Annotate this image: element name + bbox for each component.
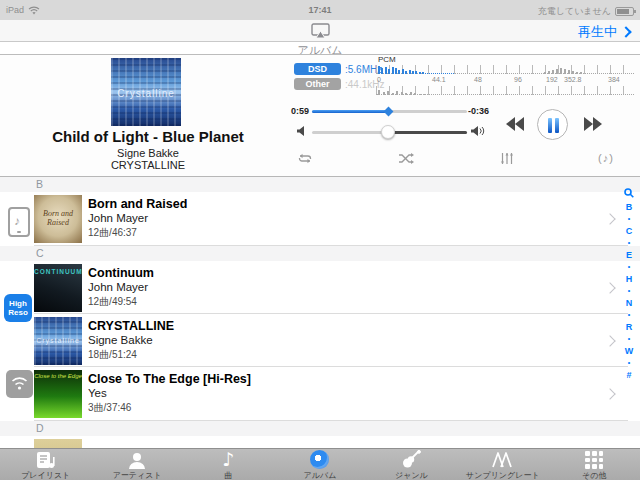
wifi-icon	[10, 376, 29, 391]
album-cover: Close to the Edge	[34, 370, 82, 418]
section-header: C	[0, 246, 640, 261]
elapsed-time: 0:59	[291, 106, 309, 116]
search-icon[interactable]	[624, 188, 634, 198]
chevron-right-icon	[604, 335, 615, 346]
index-letter[interactable]: E	[626, 250, 632, 260]
meter-tick: 48	[474, 76, 482, 83]
meter-tick: 384	[608, 76, 620, 83]
guitar-icon	[366, 449, 457, 469]
progress-thumb[interactable]	[383, 107, 393, 117]
album-meta: 18曲/51:24	[88, 348, 137, 362]
airplay-icon[interactable]	[311, 23, 330, 39]
album-row[interactable]: Close to the Edge Close To The Edge [Hi-…	[0, 367, 640, 421]
chevron-right-icon	[604, 213, 615, 224]
index-dot[interactable]: •	[628, 335, 630, 342]
meter-tick: 352.8	[564, 76, 582, 83]
playlist-icon	[0, 449, 91, 469]
index-letter[interactable]: H	[626, 274, 633, 284]
section-header: B	[0, 177, 640, 192]
index-dot[interactable]: •	[628, 215, 630, 222]
meter-tick: 96	[514, 76, 522, 83]
high-res-filter-button[interactable]: High Reso	[4, 294, 32, 322]
chevron-right-icon	[604, 282, 615, 293]
nav-bar: 再生中	[0, 20, 640, 42]
album-list: B Born and Raised Born and Raised John M…	[0, 177, 640, 448]
album-row[interactable]: Born and Raised Born and Raised John May…	[0, 192, 640, 246]
artist-icon	[91, 449, 182, 469]
other-badge: Other	[294, 78, 341, 90]
alphabet-index: B • C • E • H • N • R • W • #	[621, 188, 637, 380]
album-title: CRYSTALLINE	[88, 319, 174, 333]
index-letter[interactable]: #	[626, 370, 631, 380]
high-res-label: High	[4, 299, 32, 308]
meter-bars-gray	[544, 65, 588, 74]
progress-slider[interactable]	[312, 110, 467, 113]
tab-artists[interactable]: アーティスト	[91, 449, 182, 480]
meter-tick: 0	[377, 76, 381, 83]
high-res-label: Reso	[4, 308, 32, 317]
index-letter[interactable]: C	[626, 226, 633, 236]
index-letter[interactable]: N	[626, 298, 633, 308]
repeat-icon[interactable]	[297, 152, 313, 165]
album-cover: Born and Raised	[34, 195, 82, 243]
grid-icon	[549, 449, 640, 469]
album-row[interactable]	[0, 436, 640, 448]
album-cover: Crystalline	[34, 317, 82, 365]
album-meta: 12曲/49:54	[88, 295, 137, 309]
album-title: Continuum	[88, 266, 154, 280]
shuffle-icon[interactable]	[398, 152, 414, 165]
dsd-badge: DSD	[294, 63, 341, 75]
meter-tick: 44.1	[432, 76, 446, 83]
volume-slider[interactable]	[312, 131, 467, 134]
index-dot[interactable]: •	[628, 359, 630, 366]
album-title: Close To The Edge [Hi-Res]	[88, 372, 251, 386]
meter-dotted-tail	[422, 73, 454, 74]
battery-icon	[615, 7, 634, 16]
now-playing-button[interactable]: 再生中	[578, 23, 630, 41]
chevron-right-icon	[620, 26, 631, 37]
index-dot[interactable]: •	[628, 263, 630, 270]
album-title: Born and Raised	[88, 197, 187, 211]
sound-effect-icon[interactable]: (♪)	[598, 152, 614, 164]
tab-playlists[interactable]: プレイリスト	[0, 449, 91, 480]
now-playing-label: 再生中	[578, 23, 617, 41]
album-disc-icon	[274, 449, 365, 469]
index-dot[interactable]: •	[628, 287, 630, 294]
wifi-source-button[interactable]	[6, 370, 33, 398]
tab-genres[interactable]: ジャンル	[366, 449, 457, 480]
album-row[interactable]: Crystalline CRYSTALLINE Signe Bakke 18曲/…	[0, 314, 640, 367]
device-source-button[interactable]: ♪	[8, 207, 30, 237]
charge-status: 充電していません	[538, 5, 611, 18]
remaining-time: -0:36	[468, 106, 489, 116]
tab-bar: プレイリスト アーティスト ♪ 曲 アルバム ジャンル	[0, 448, 640, 480]
pause-button[interactable]	[537, 109, 568, 140]
rewind-button[interactable]	[506, 117, 524, 135]
index-dot[interactable]: •	[628, 239, 630, 246]
track-title: Child of Light - Blue Planet	[0, 128, 296, 145]
album-artist: John Mayer	[88, 212, 148, 224]
section-header: D	[0, 421, 640, 436]
music-note-icon: ♪	[183, 449, 274, 469]
album-meta: 12曲/46:37	[88, 226, 137, 240]
now-playing-panel: Crystalline Child of Light - Blue Planet…	[0, 55, 640, 176]
album-cover	[34, 439, 82, 448]
volume-min-icon	[297, 126, 306, 136]
album-art-text: Crystalline	[111, 88, 181, 99]
album-artist: Yes	[88, 387, 107, 399]
album-row[interactable]: CONTINUUM Continuum John Mayer 12曲/49:54	[0, 261, 640, 314]
tab-songs[interactable]: ♪ 曲	[183, 449, 274, 480]
fast-forward-button[interactable]	[584, 117, 602, 135]
chevron-right-icon	[604, 388, 615, 399]
album-artist: Signe Bakke	[88, 334, 153, 346]
volume-knob[interactable]	[381, 125, 395, 139]
tab-others[interactable]: その他	[549, 449, 640, 480]
index-letter[interactable]: W	[625, 346, 634, 356]
index-dot[interactable]: •	[628, 311, 630, 318]
equalizer-icon[interactable]	[500, 152, 514, 165]
album-meta: 3曲/37:46	[88, 401, 131, 415]
index-letter[interactable]: R	[626, 322, 633, 332]
music-note-icon: ♪	[14, 214, 20, 228]
tab-albums[interactable]: アルバム	[274, 449, 365, 480]
index-letter[interactable]: B	[626, 202, 633, 212]
tab-sampling-rate[interactable]: サンプリングレート	[457, 449, 548, 480]
